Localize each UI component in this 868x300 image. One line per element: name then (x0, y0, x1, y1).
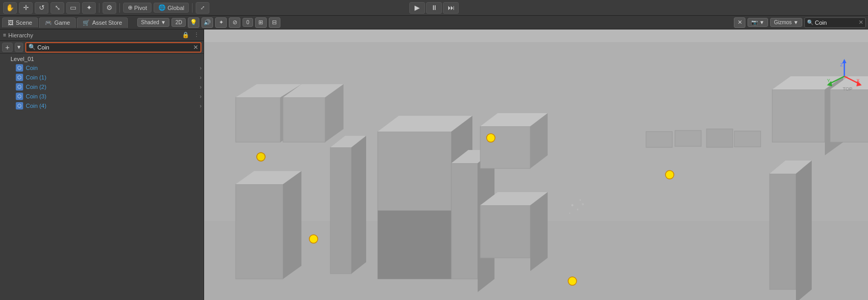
global-button[interactable]: 🌐 Global (154, 3, 189, 13)
custom-tool-button[interactable]: ⚙ (103, 2, 116, 14)
hierarchy-item-coin1[interactable]: ⬡ Coin (1) › (0, 73, 204, 82)
svg-marker-7 (325, 84, 344, 142)
pause-button[interactable]: ⏸ (426, 2, 442, 14)
svg-rect-17 (378, 211, 451, 279)
hierarchy-dropdown-button[interactable]: ▼ (15, 43, 23, 52)
svg-point-56 (665, 171, 674, 179)
pivot-label: Pivot (134, 5, 147, 11)
coin2-label: Coin (2) (26, 84, 46, 90)
coin3-label: Coin (3) (26, 93, 46, 99)
svg-line-62 (829, 76, 844, 84)
svg-marker-15 (378, 116, 472, 132)
hierarchy-search-clear[interactable]: ✕ (193, 44, 198, 51)
scene-search-box[interactable]: 🔍 ✕ (804, 17, 866, 28)
svg-rect-2 (236, 97, 280, 142)
hierarchy-add-button[interactable]: + (2, 43, 13, 52)
shaded-label: Shaded (141, 19, 159, 25)
play-button[interactable]: ▶ (409, 2, 425, 14)
svg-point-49 (569, 213, 570, 214)
hierarchy-panel: ≡ Hierarchy 🔒 ⋮ + ▼ 🔍 ✕ Level_01 ⬡ Coin … (0, 29, 204, 300)
overlay-count[interactable]: 0 (243, 18, 253, 27)
scene-right-controls: ✕ 📷 ▼ Gizmos ▼ 🔍 ✕ (734, 17, 866, 28)
transform-tool-button[interactable]: ✦ (82, 2, 96, 14)
tab-game[interactable]: 🎮 Game (39, 17, 76, 28)
svg-line-60 (844, 76, 860, 84)
svg-rect-18 (451, 163, 478, 279)
coin-label: Coin (26, 65, 38, 71)
scene-viewport (204, 42, 868, 300)
svg-text:Y: Y (827, 78, 830, 83)
hierarchy-search-input[interactable] (37, 44, 193, 51)
svg-marker-12 (330, 136, 366, 147)
step-button[interactable]: ⏭ (443, 2, 459, 14)
scene-tab-icon: 🖼 (8, 19, 14, 26)
hierarchy-toolbar: + ▼ 🔍 ✕ (0, 41, 204, 54)
tab-scene[interactable]: 🖼 Scene (2, 17, 38, 27)
gizmos-dropdown[interactable]: Gizmos ▼ (770, 18, 802, 27)
svg-point-52 (257, 153, 265, 161)
svg-point-54 (309, 235, 318, 243)
hierarchy-search-wrapper: 🔍 ✕ (25, 42, 201, 53)
hierarchy-more-icon[interactable]: ⋮ (192, 31, 200, 39)
svg-marker-10 (283, 171, 301, 279)
tab-asset-store[interactable]: 🛒 Asset Store (77, 17, 128, 28)
coin3-arrow: › (200, 94, 201, 99)
svg-text:X: X (856, 78, 860, 83)
hand-tool-button[interactable]: ✋ (3, 2, 17, 14)
move-tool-button[interactable]: ✛ (19, 2, 33, 14)
svg-marker-26 (530, 192, 548, 271)
svg-marker-13 (351, 136, 366, 274)
camera-icon: 📷 (751, 19, 758, 25)
toolbar-sep-1 (99, 3, 99, 13)
scene-view-controls: Shaded ▼ 2D 💡 🔊 ✦ ⊘ 0 ⊞ ⊟ (137, 17, 280, 28)
hierarchy-item-coin4[interactable]: ⬡ Coin (4) › (0, 101, 204, 111)
pivot-button[interactable]: ⊕ Pivot (123, 3, 152, 13)
svg-rect-24 (480, 205, 530, 258)
pivot-icon: ⊕ (128, 4, 133, 11)
rect-tool-button[interactable]: ▭ (66, 2, 80, 14)
scene-view[interactable]: TOP Z X Y (204, 29, 868, 300)
svg-marker-16 (451, 116, 472, 279)
hierarchy-item-coin[interactable]: ⬡ Coin › (0, 63, 204, 73)
scale-tool-button[interactable]: ⤡ (51, 2, 64, 14)
grid-toggle[interactable]: ⊞ (255, 17, 267, 28)
svg-marker-32 (772, 76, 843, 89)
level-label: Level_01 (11, 56, 34, 62)
shaded-dropdown[interactable]: Shaded ▼ (137, 18, 169, 27)
light-toggle[interactable]: 💡 (188, 17, 199, 28)
audio-toggle[interactable]: 🔊 (201, 17, 213, 28)
main-layout: ≡ Hierarchy 🔒 ⋮ + ▼ 🔍 ✕ Level_01 ⬡ Coin … (0, 29, 868, 300)
rotate-tool-button[interactable]: ↺ (35, 2, 48, 14)
hierarchy-item-coin2[interactable]: ⬡ Coin (2) › (0, 82, 204, 92)
hierarchy-search-icon: 🔍 (28, 44, 36, 51)
hierarchy-item-coin3[interactable]: ⬡ Coin (3) › (0, 92, 204, 101)
svg-rect-37 (770, 174, 796, 289)
hierarchy-lock-icon[interactable]: 🔒 (181, 31, 190, 39)
extra-toggle[interactable]: ⊟ (269, 17, 280, 28)
hidden-toggle[interactable]: ⊘ (229, 17, 240, 28)
2d-button[interactable]: 2D (171, 18, 186, 27)
hierarchy-title: Hierarchy (8, 32, 179, 38)
svg-marker-63 (827, 81, 832, 86)
scene-search-icon: 🔍 (807, 19, 813, 25)
custom2-button[interactable]: ⤢ (196, 2, 209, 14)
svg-rect-8 (236, 184, 283, 279)
svg-rect-11 (330, 147, 351, 274)
svg-marker-25 (480, 192, 548, 205)
scene-search-input[interactable] (815, 19, 857, 26)
svg-point-53 (257, 153, 265, 161)
scene-search-close[interactable]: ✕ (859, 19, 863, 26)
coin4-object-icon: ⬡ (16, 102, 23, 109)
hierarchy-list: Level_01 ⬡ Coin › ⬡ Coin (1) › ⬡ Coin (2… (0, 54, 204, 300)
lock-view-button[interactable]: ✕ (734, 17, 745, 28)
coin-arrow: › (200, 65, 201, 71)
coin1-object-icon: ⬡ (16, 74, 23, 81)
svg-point-57 (568, 277, 577, 285)
svg-marker-9 (236, 171, 301, 184)
tab-bar: 🖼 Scene 🎮 Game 🛒 Asset Store Shaded ▼ 2D… (0, 16, 868, 29)
camera-dropdown[interactable]: 📷 ▼ (748, 18, 768, 27)
toolbar-sep-2 (119, 3, 120, 13)
svg-point-55 (487, 134, 495, 142)
fx-toggle[interactable]: ✦ (215, 17, 227, 28)
svg-marker-3 (236, 84, 301, 97)
